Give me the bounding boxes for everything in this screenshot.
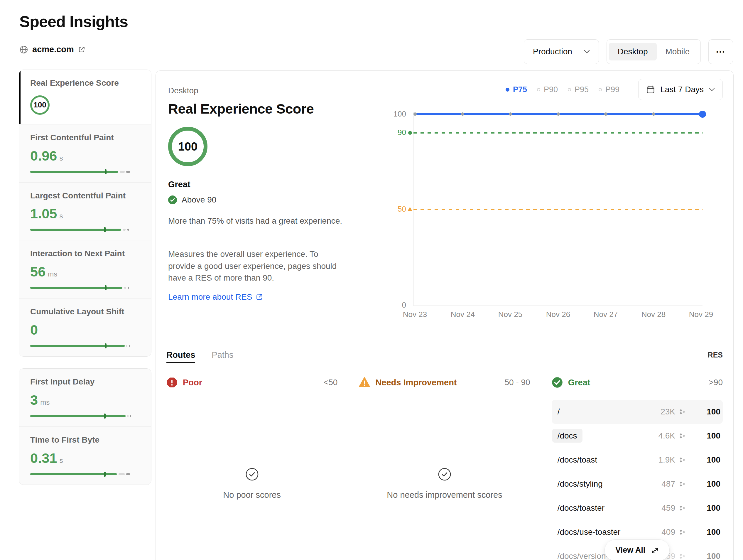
route-score: 100 [695, 431, 720, 440]
route-row[interactable]: /docs 4.6K 100 [552, 424, 723, 448]
great-routes-list: / 23K 100 /docs 4.6K 100 /docs/toast 1.9… [552, 400, 723, 560]
data-point [652, 113, 655, 116]
environment-label: Production [533, 47, 572, 56]
environment-select[interactable]: Production [524, 39, 599, 64]
res-summary-block: Desktop Real Experience Score 100 Great … [168, 86, 359, 302]
route-path: /docs/toast [558, 455, 658, 465]
warning-triangle-icon [359, 377, 370, 388]
p99-ring-icon [599, 88, 602, 91]
sidebar-item-first-input-delay[interactable]: First Input Delay 3 ms [19, 369, 151, 426]
metric-value: 0.96 [30, 149, 57, 163]
route-row[interactable]: / 23K 100 [552, 400, 723, 424]
route-count: 459 [661, 503, 675, 513]
metric-unit: ms [40, 398, 50, 406]
res-score-ring: 100 [168, 127, 208, 166]
legacy-metrics-group: First Input Delay 3 ms Time to First Byt… [19, 368, 151, 485]
metric-distribution-bar [30, 415, 140, 417]
globe-icon [19, 45, 28, 54]
route-count: 487 [661, 479, 675, 489]
date-range-select[interactable]: Last 7 Days [638, 79, 723, 100]
threshold-50-marker-icon [407, 207, 412, 211]
metric-label: Interaction to Next Paint [30, 249, 140, 258]
x-tick: Nov 28 [635, 310, 672, 319]
external-link-icon [78, 46, 85, 53]
data-point [509, 113, 512, 116]
empty-state-text: No needs improvement scores [387, 490, 502, 500]
metric-value: 0 [30, 323, 38, 337]
threshold-line-50 [413, 209, 702, 210]
route-row[interactable]: /docs/toaster 459 100 [552, 496, 723, 520]
check-circle-outline-icon [438, 467, 451, 481]
route-path: /docs/use-toaster [558, 527, 662, 537]
route-row[interactable]: /docs/styling 487 100 [552, 472, 723, 496]
route-score: 100 [695, 527, 720, 537]
device-context-label: Desktop [168, 86, 359, 95]
p75-dot-icon [506, 88, 510, 92]
check-circle-icon [552, 377, 563, 388]
route-score: 100 [695, 455, 720, 465]
bucket-range: >90 [709, 378, 723, 387]
metric-label: Real Experience Score [30, 79, 140, 88]
x-tick: Nov 27 [586, 310, 625, 319]
chevron-down-icon [709, 87, 715, 92]
y-tick-100: 100 [385, 110, 406, 119]
route-score: 100 [695, 503, 720, 513]
metric-value: 0.31 [30, 451, 57, 465]
main-panel: Desktop Real Experience Score 100 Great … [156, 71, 734, 560]
sidebar-item-real-experience-score[interactable]: Real Experience Score 100 [19, 70, 151, 124]
empty-state-text: No poor scores [223, 490, 281, 500]
legend-item-p90[interactable]: P90 [537, 85, 558, 94]
metric-distribution-bar [30, 229, 140, 231]
y-axis-line [413, 112, 414, 306]
sidebar-item-largest-contentful-paint[interactable]: Largest Contentful Paint 1.05 s [19, 182, 151, 241]
metric-distribution-bar [30, 171, 140, 173]
site-domain-link[interactable]: acme.com [19, 45, 85, 54]
route-count: 23K [661, 407, 675, 417]
route-count: 4.6K [658, 431, 675, 440]
learn-more-link[interactable]: Learn more about RES [168, 292, 359, 302]
data-points-icon [679, 408, 686, 416]
sidebar-item-cumulative-layout-shift[interactable]: Cumulative Layout Shift 0 [19, 298, 151, 356]
calendar-icon [646, 85, 655, 94]
x-tick: Nov 25 [491, 310, 529, 319]
routes-tabs-bar: Routes Paths RES [156, 347, 733, 363]
legend-item-p75[interactable]: P75 [506, 85, 527, 94]
route-score: 100 [695, 552, 720, 560]
tab-routes[interactable]: Routes [166, 347, 195, 363]
more-options-button[interactable]: ⋯ [708, 39, 733, 64]
device-toggle-desktop[interactable]: Desktop [609, 43, 657, 60]
route-row[interactable]: /docs/toast 1.9K 100 [552, 448, 723, 472]
bucket-range: <50 [324, 378, 338, 387]
sidebar-item-time-to-first-byte[interactable]: Time to First Byte 0.31 s [19, 426, 151, 484]
legend-item-p99[interactable]: P99 [599, 85, 619, 94]
threshold-line-90 [413, 132, 702, 134]
data-points-icon [679, 528, 686, 536]
route-score: 100 [695, 407, 720, 417]
device-toggle-mobile[interactable]: Mobile [657, 43, 698, 60]
date-range-label: Last 7 Days [660, 85, 704, 94]
metric-value: 1.05 [30, 207, 57, 220]
sidebar-item-interaction-to-next-paint[interactable]: Interaction to Next Paint 56 ms [19, 240, 151, 298]
score-buckets: Poor <50 No poor scores [156, 363, 733, 560]
needs-improvement-empty-state: No needs improvement scores [359, 467, 530, 500]
metric-label: First Input Delay [30, 378, 140, 387]
sidebar-item-first-contentful-paint[interactable]: First Contentful Paint 0.96 s [19, 124, 151, 182]
p90-ring-icon [537, 88, 540, 91]
route-path: /docs/styling [558, 479, 662, 489]
view-all-button[interactable]: View All [605, 540, 670, 560]
metric-label: Time to First Byte [30, 436, 140, 445]
chart-controls: P75 P90 P95 P99 [506, 79, 723, 100]
tab-paths[interactable]: Paths [212, 347, 233, 363]
metric-distribution-bar [30, 287, 140, 289]
check-circle-outline-icon [245, 467, 259, 481]
metric-column-label: RES [708, 351, 723, 359]
legend-item-p95[interactable]: P95 [568, 85, 588, 94]
x-tick: Nov 23 [396, 310, 434, 319]
data-points-icon [679, 432, 686, 440]
divider [168, 237, 334, 237]
route-count: 1.9K [658, 455, 675, 465]
poor-empty-state: No poor scores [166, 467, 338, 500]
threshold-90-marker-icon [408, 131, 412, 135]
speed-insights-page: Speed Insights acme.com Production Deskt… [0, 0, 743, 560]
header-controls: Production Desktop Mobile ⋯ [524, 39, 733, 64]
